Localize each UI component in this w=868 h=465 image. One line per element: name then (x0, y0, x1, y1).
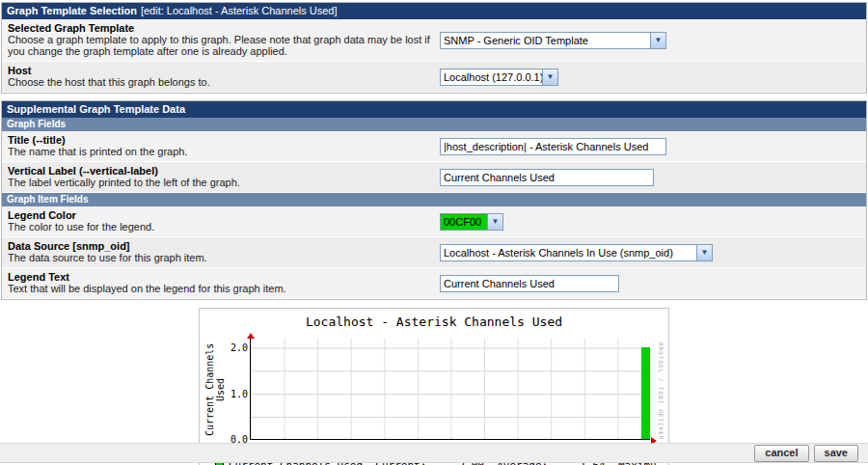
row-legend-text: Legend Text Text that will be displayed … (2, 268, 866, 299)
field-description: Choose the host that this graph belongs … (8, 76, 430, 88)
chevron-down-icon: ▼ (542, 69, 557, 85)
row-selected-graph-template: Selected Graph Template Choose a graph t… (2, 19, 866, 62)
field-description: The name that is printed on the graph. (8, 146, 430, 157)
field-label: Host (8, 65, 430, 76)
subheader-graph-fields: Graph Fields (2, 118, 866, 131)
y-tick-label: 2.0 (219, 342, 248, 353)
save-button[interactable]: save (814, 445, 858, 462)
legend-color-select-value: 00CF00 (441, 214, 487, 230)
row-vertical-label: Vertical Label (--vertical-label) The la… (2, 162, 866, 193)
section-header-graph-template-selection: Graph Template Selection[edit: Localhost… (2, 3, 866, 19)
title-input[interactable] (440, 138, 666, 155)
field-description: Choose a graph template to apply to this… (8, 34, 430, 57)
graph-template-select-value: SNMP - Generic OID Template (441, 33, 650, 48)
field-input-cell: 00CF00 ▼ (436, 206, 866, 236)
host-select-value: Localhost (127.0.0.1) (441, 69, 542, 85)
chevron-down-icon: ▼ (696, 245, 712, 260)
vertical-label-input[interactable] (440, 169, 654, 186)
field-input-cell (436, 162, 866, 192)
field-label-cell: Legend Text Text that will be displayed … (2, 268, 436, 298)
row-host: Host Choose the host that this graph bel… (2, 62, 866, 93)
host-select[interactable]: Localhost (127.0.0.1) ▼ (440, 68, 558, 86)
y-axis-arrow-icon (247, 333, 255, 339)
field-label-cell: Legend Color The color to use for the le… (2, 206, 436, 236)
field-label: Legend Text (8, 271, 430, 283)
field-input-cell (436, 131, 866, 161)
action-bar: cancel save (0, 443, 868, 463)
field-description: The label vertically printed to the left… (8, 177, 430, 188)
field-label-cell: Title (--title) The name that is printed… (2, 131, 436, 161)
graph-template-select[interactable]: SNMP - Generic OID Template ▼ (440, 32, 666, 49)
field-label-cell: Selected Graph Template Choose a graph t… (2, 19, 436, 61)
legend-text-input[interactable] (440, 275, 619, 292)
cacti-graph-edit-page: Graph Template Selection[edit: Localhost… (0, 0, 868, 465)
row-legend-color: Legend Color The color to use for the le… (2, 206, 866, 237)
graph-data-bar (641, 347, 650, 439)
legend-color-select[interactable]: 00CF00 ▼ (440, 213, 503, 231)
graph-canvas: Current Channels Used 2.0 1.0 0.0 02:00 … (202, 333, 666, 455)
supplemental-graph-template-data-section: Supplemental Graph Template Data Graph F… (1, 100, 867, 300)
field-label: Legend Color (8, 209, 430, 221)
field-input-cell: SNMP - Generic OID Template ▼ (436, 19, 866, 61)
data-source-select[interactable]: Localhost - Asterisk Channels In Use (sn… (440, 244, 713, 261)
section-title: Supplemental Graph Template Data (7, 103, 185, 115)
field-label: Data Source [snmp_oid] (8, 240, 430, 252)
field-label-cell: Vertical Label (--vertical-label) The la… (2, 162, 436, 192)
section-title: Graph Template Selection (7, 5, 137, 16)
field-description: The data source to use for this graph it… (8, 252, 430, 263)
field-label-cell: Host Choose the host that this graph bel… (2, 62, 436, 92)
graph-plot-area (250, 339, 650, 440)
chevron-down-icon: ▼ (650, 33, 665, 48)
field-input-cell: Localhost - Asterisk Channels In Use (sn… (436, 237, 866, 267)
section-edit-note: [edit: Localhost - Asterisk Channels Use… (141, 5, 338, 16)
graph-template-selection-section: Graph Template Selection[edit: Localhost… (1, 2, 867, 94)
graph-preview-area: Localhost - Asterisk Channels Used Curre… (0, 308, 868, 465)
chevron-down-icon: ▼ (487, 214, 502, 230)
section-header-supplemental: Supplemental Graph Template Data (2, 101, 866, 118)
field-description: The color to use for the legend. (8, 221, 430, 232)
field-label-cell: Data Source [snmp_oid] The data source t… (2, 237, 436, 267)
field-label: Title (--title) (8, 134, 430, 146)
field-label: Selected Graph Template (8, 22, 430, 34)
cancel-button[interactable]: cancel (754, 445, 808, 462)
data-source-select-value: Localhost - Asterisk Channels In Use (sn… (441, 245, 696, 260)
subheader-graph-item-fields: Graph Item Fields (2, 193, 866, 206)
row-title: Title (--title) The name that is printed… (2, 131, 866, 162)
rrdtool-graph-image: Localhost - Asterisk Channels Used Curre… (199, 308, 669, 465)
graph-title: Localhost - Asterisk Channels Used (202, 314, 666, 333)
field-input-cell (436, 268, 866, 298)
field-description: Text that will be displayed on the legen… (8, 283, 430, 294)
y-tick-label: 1.0 (219, 389, 248, 399)
rrdtool-watermark: RRDTOOL / TOBI OETIKER (658, 342, 665, 440)
field-input-cell: Localhost (127.0.0.1) ▼ (436, 62, 866, 92)
row-data-source: Data Source [snmp_oid] The data source t… (2, 237, 866, 268)
field-label: Vertical Label (--vertical-label) (8, 165, 430, 177)
